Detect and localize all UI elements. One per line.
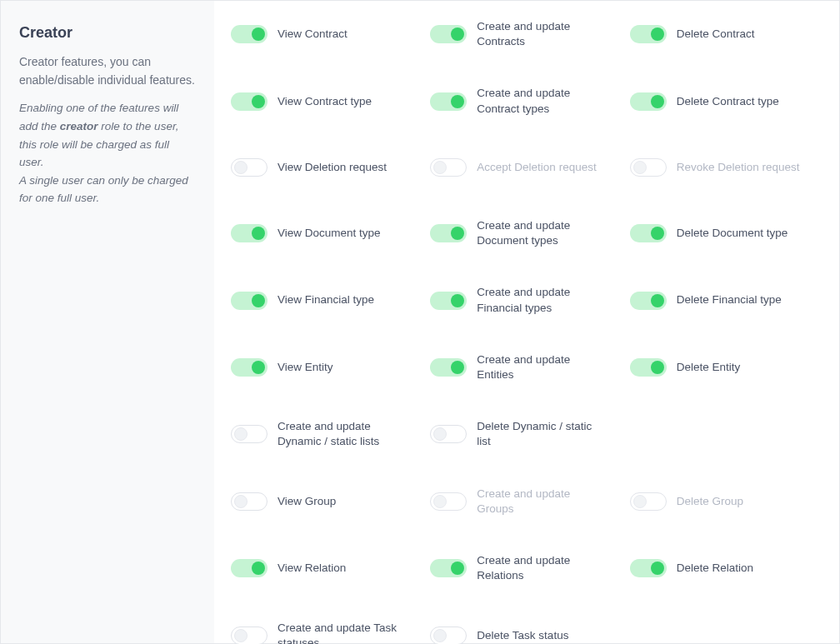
toggle-knob-icon (252, 227, 265, 240)
toggle-knob-icon (252, 361, 265, 374)
toggle-knob-icon (651, 361, 664, 374)
note-bold: creator (60, 120, 98, 132)
toggle-create-update-entities[interactable] (430, 358, 467, 377)
permission-create-update-relations: Create and update Relations (430, 553, 622, 583)
toggle-delete-contract[interactable] (630, 25, 667, 43)
permission-create-update-dynamic-lists: Create and update Dynamic / static lists (231, 419, 423, 449)
permissions-grid: View ContractCreate and update Contracts… (231, 19, 822, 644)
permission-delete-task-status: Delete Task status (430, 621, 622, 645)
toggle-view-group[interactable] (231, 492, 268, 511)
toggle-knob-icon (451, 361, 464, 374)
note-line2: A single user can only be charged for on… (19, 174, 188, 205)
permission-create-update-financial-types: Create and update Financial types (430, 285, 622, 315)
permission-label: Create and update Financial types (477, 285, 606, 315)
permission-label: Delete Contract (677, 27, 755, 42)
permission-delete-contract-type: Delete Contract type (630, 86, 822, 116)
toggle-delete-relation[interactable] (630, 559, 667, 577)
section-title: Creator (19, 24, 196, 42)
permission-view-relation: View Relation (231, 553, 423, 583)
toggle-view-relation[interactable] (231, 559, 268, 577)
toggle-knob-icon (234, 427, 248, 441)
toggle-view-financial-type[interactable] (231, 292, 268, 310)
toggle-knob-icon (651, 227, 664, 240)
permission-label: View Financial type (278, 292, 374, 307)
toggle-view-contract[interactable] (231, 25, 268, 43)
permission-label: View Document type (278, 226, 381, 241)
toggle-knob-icon (451, 294, 464, 307)
toggle-create-update-contracts[interactable] (430, 25, 467, 43)
toggle-create-update-task-statuses[interactable] (231, 627, 268, 644)
permission-view-deletion-request: View Deletion request (231, 153, 423, 182)
permission-create-update-contract-types: Create and update Contract types (430, 86, 622, 116)
section-note: Enabling one of the features will add th… (19, 99, 196, 207)
permission-label: Create and update Entities (477, 352, 606, 382)
toggle-delete-task-status[interactable] (430, 627, 467, 644)
toggle-view-contract-type[interactable] (231, 92, 268, 111)
toggle-create-update-contract-types[interactable] (430, 92, 467, 111)
permission-label: Delete Task status (477, 628, 568, 643)
permission-revoke-deletion-request: Revoke Deletion request (630, 153, 822, 182)
permission-view-contract-type: View Contract type (231, 86, 423, 116)
permission-label: Revoke Deletion request (677, 160, 800, 175)
toggle-knob-icon (451, 95, 464, 108)
permission-delete-entity: Delete Entity (630, 352, 822, 382)
toggle-delete-contract-type[interactable] (630, 92, 667, 111)
toggle-delete-group (630, 492, 667, 511)
toggle-knob-icon (433, 629, 447, 642)
section-description: Creator features, you can enable/disable… (19, 53, 196, 89)
toggle-view-deletion-request[interactable] (231, 158, 268, 177)
permission-delete-dynamic-static-list: Delete Dynamic / static list (430, 419, 622, 449)
permission-view-financial-type: View Financial type (231, 285, 423, 315)
toggle-knob-icon (451, 562, 464, 575)
permission-label: View Contract (278, 27, 348, 42)
toggle-knob-icon (252, 294, 265, 307)
toggle-view-entity[interactable] (231, 358, 268, 377)
toggle-create-update-financial-types[interactable] (430, 292, 467, 310)
permission-create-update-task-statuses: Create and update Task statuses (231, 621, 423, 645)
permissions-content: View ContractCreate and update Contracts… (214, 1, 839, 643)
permission-empty-1 (630, 621, 822, 645)
toggle-create-update-document-types[interactable] (430, 224, 467, 242)
permission-create-update-groups: Create and update Groups (430, 487, 622, 517)
permission-label: View Relation (278, 561, 346, 576)
toggle-create-update-relations[interactable] (430, 559, 467, 577)
permission-create-update-document-types: Create and update Document types (430, 218, 622, 248)
toggle-create-update-dynamic-lists[interactable] (231, 425, 268, 443)
toggle-view-document-type[interactable] (231, 224, 268, 242)
toggle-knob-icon (633, 161, 647, 174)
toggle-knob-icon (451, 227, 464, 240)
toggle-delete-dynamic-static-list[interactable] (430, 425, 467, 443)
toggle-delete-entity[interactable] (630, 358, 667, 377)
permission-label: View Contract type (278, 94, 372, 109)
toggle-knob-icon (252, 95, 265, 108)
permission-create-update-entities: Create and update Entities (430, 352, 622, 382)
permission-label: Create and update Contract types (477, 86, 606, 116)
permission-delete-contract: Delete Contract (630, 19, 822, 49)
permission-label: View Group (278, 494, 336, 509)
sidebar: Creator Creator features, you can enable… (1, 1, 214, 643)
toggle-delete-document-type[interactable] (630, 224, 667, 242)
permission-label: Accept Deletion request (477, 160, 596, 175)
permission-accept-deletion-request: Accept Deletion request (430, 153, 622, 182)
permission-label: Delete Financial type (677, 292, 782, 307)
permission-view-group: View Group (231, 487, 423, 517)
permission-label: Create and update Dynamic / static lists (278, 419, 407, 449)
permission-label: Create and update Contracts (477, 19, 606, 49)
permission-delete-document-type: Delete Document type (630, 218, 822, 248)
toggle-knob-icon (433, 427, 447, 441)
permission-delete-financial-type: Delete Financial type (630, 285, 822, 315)
toggle-knob-icon (252, 27, 265, 41)
toggle-knob-icon (633, 495, 647, 508)
toggle-knob-icon (433, 495, 447, 508)
toggle-knob-icon (651, 27, 664, 41)
toggle-knob-icon (252, 562, 265, 575)
permission-label: Create and update Task statuses (278, 621, 407, 645)
toggle-revoke-deletion-request (630, 158, 667, 177)
toggle-knob-icon (451, 27, 464, 41)
permission-label: Delete Dynamic / static list (477, 419, 606, 449)
permission-view-document-type: View Document type (231, 218, 423, 248)
permission-label: Create and update Groups (477, 487, 606, 517)
permission-view-contract: View Contract (231, 19, 423, 49)
toggle-delete-financial-type[interactable] (630, 292, 667, 310)
toggle-knob-icon (234, 161, 248, 174)
